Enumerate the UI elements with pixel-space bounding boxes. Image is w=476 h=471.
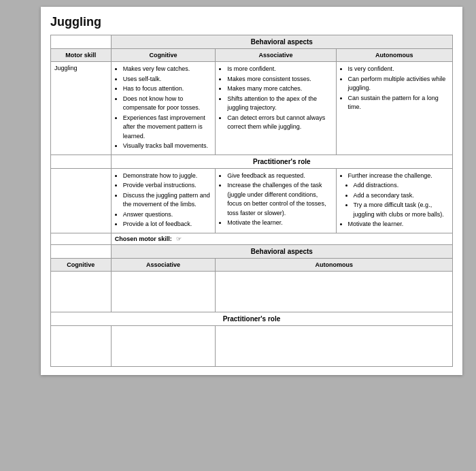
juggling-cognitive-list: Makes very few catches. Uses self-talk. … [115, 65, 212, 151]
second-practitioners-header-row: Practitioner's role [51, 312, 453, 325]
juggling-autonomous-cell: Is very confident. Can perform multiple … [336, 62, 452, 155]
practitioners-content-row: Demonstrate how to juggle. Provide verba… [51, 168, 453, 233]
chosen-motor-empty [51, 233, 112, 244]
behavioral-aspects-header: Behavioral aspects [111, 35, 452, 49]
second-associative-header: Associative [111, 258, 216, 271]
chosen-motor-skill-text: Chosen motor skill: [115, 236, 172, 242]
practitioners-autonomous-list: Further increase the challenge. Add dist… [340, 172, 449, 229]
list-item: Motivate the learner. [227, 218, 332, 228]
cursor-icon: ☞ [176, 236, 182, 242]
second-subheader-row: Cognitive Associative Autonomous [51, 258, 453, 271]
list-item: Try a more difficult task (e.g., jugglin… [354, 201, 449, 219]
list-item: Has to focus attention. [123, 84, 212, 94]
second-cognitive-header: Cognitive [51, 258, 112, 271]
page-title: Juggling [50, 15, 453, 29]
second-ba-empty [51, 244, 112, 258]
list-item: Shifts attention to the apex of the jugg… [227, 95, 332, 113]
chosen-motor-skill-label: Chosen motor skill: ☞ [111, 233, 452, 244]
main-page: Juggling Behavioral aspects Motor skill … [41, 7, 462, 375]
second-behavioral-content-row [51, 271, 453, 312]
list-item: Add a secondary task. [354, 191, 449, 201]
main-table: Behavioral aspects Motor skill Cognitive… [50, 35, 453, 367]
list-item: Makes very few catches. [123, 65, 212, 74]
list-item: Discuss the juggling pattern and the mov… [123, 191, 212, 210]
list-item: Answer questions. [123, 210, 212, 220]
motor-skill-header: Motor skill [51, 49, 112, 62]
juggling-associative-cell: Is more confident. Makes more consistent… [216, 62, 336, 155]
list-item: Visually tracks ball movements. [123, 142, 212, 151]
list-item: Makes many more catches. [227, 84, 332, 94]
list-item: Demonstrate how to juggle. [123, 172, 212, 181]
practitioners-motor-cell [51, 168, 112, 233]
list-item: Increase the challenges of the task (jug… [227, 181, 332, 218]
list-item: Add distractions. [354, 181, 449, 191]
autonomous-header: Autonomous [336, 49, 452, 62]
second-associative-cell [111, 271, 216, 312]
juggling-autonomous-list: Is very confident. Can perform multiple … [340, 65, 449, 112]
cognitive-header: Cognitive [111, 49, 216, 62]
list-item: Can perform multiple activities while ju… [348, 75, 449, 93]
juggling-associative-list: Is more confident. Makes more consistent… [219, 65, 332, 132]
juggling-cognitive-cell: Makes very few catches. Uses self-talk. … [111, 62, 216, 155]
list-item: Motivate the learner. [348, 220, 449, 229]
juggling-behavioral-row: Juggling Makes very few catches. Uses se… [51, 62, 453, 155]
list-item: Give feedback as requested. [227, 172, 332, 181]
second-autonomous-cell [216, 271, 453, 312]
practitioners-role-header-row: Practitioner's role [51, 155, 453, 168]
second-practitioners-associative [111, 325, 216, 366]
list-item: Is more confident. [227, 65, 332, 74]
list-item: Makes more consistent tosses. [227, 75, 332, 84]
practitioners-role-label: Practitioner's role [111, 155, 452, 168]
list-item: Further increase the challenge. [348, 172, 449, 181]
associative-header: Associative [216, 49, 336, 62]
chosen-motor-skill-row: Chosen motor skill: ☞ [51, 233, 453, 244]
second-behavioral-header-row: Behavioral aspects [51, 244, 453, 258]
practitioners-associative-cell: Give feedback as requested. Increase the… [216, 168, 336, 233]
second-practitioners-cognitive [51, 325, 112, 366]
juggling-motor-skill-cell: Juggling [51, 62, 112, 155]
list-item: Is very confident. [348, 65, 449, 74]
practitioners-cognitive-cell: Demonstrate how to juggle. Provide verba… [111, 168, 216, 233]
second-behavioral-aspects-header: Behavioral aspects [111, 244, 452, 258]
list-item: Experiences fast improvement after the m… [123, 114, 212, 142]
list-item: Provide a lot of feedback. [123, 220, 212, 229]
second-practitioners-content-row [51, 325, 453, 366]
practitioners-associative-list: Give feedback as requested. Increase the… [219, 172, 332, 228]
list-item: Does not know how to compensate for poor… [123, 95, 212, 113]
practitioners-cognitive-list: Demonstrate how to juggle. Provide verba… [115, 172, 212, 229]
list-item: Can detect errors but cannot always corr… [227, 114, 332, 132]
empty-header-cell [51, 35, 112, 49]
list-item: Uses self-talk. [123, 75, 212, 84]
second-cognitive-cell [51, 271, 112, 312]
list-item: Can sustain the pattern for a long time. [348, 94, 449, 112]
second-practitioners-autonomous [216, 325, 453, 366]
second-autonomous-header: Autonomous [216, 258, 453, 271]
list-item: Provide verbal instructions. [123, 181, 212, 191]
second-practitioners-label: Practitioner's role [51, 312, 453, 325]
practitioners-role-empty [51, 155, 112, 168]
practitioners-autonomous-cell: Further increase the challenge. Add dist… [336, 168, 452, 233]
